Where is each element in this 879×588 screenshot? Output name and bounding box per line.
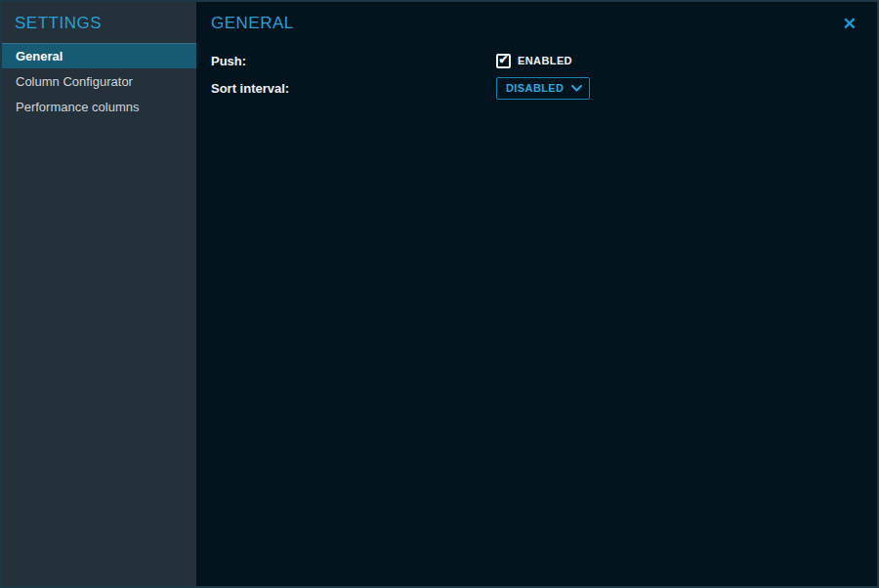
sidebar-title: SETTINGS xyxy=(15,14,102,33)
sort-interval-control: DISABLED xyxy=(496,77,590,100)
sort-interval-setting-row: Sort interval: DISABLED xyxy=(211,74,862,102)
sort-interval-selected-value: DISABLED xyxy=(506,82,564,94)
chevron-down-icon xyxy=(571,85,582,92)
push-control: ✔ ENABLED xyxy=(496,54,572,68)
sidebar-item-performance-columns[interactable]: Performance columns xyxy=(2,94,196,119)
sidebar-header: SETTINGS xyxy=(2,4,196,43)
push-setting-row: Push: ✔ ENABLED xyxy=(211,47,862,74)
panel-title: GENERAL xyxy=(211,14,294,33)
sidebar-item-list: General Column Configurator Performance … xyxy=(2,43,196,119)
settings-form: Push: ✔ ENABLED Sort interval: DISABLED xyxy=(196,43,877,102)
settings-dialog: SETTINGS General Column Configurator Per… xyxy=(0,0,879,588)
sidebar-item-label: General xyxy=(16,49,63,63)
push-checkbox-label: ENABLED xyxy=(518,55,572,66)
checkmark-icon: ✔ xyxy=(498,54,508,65)
push-label: Push: xyxy=(211,54,496,68)
sort-interval-label: Sort interval: xyxy=(211,81,496,96)
sidebar-item-label: Performance columns xyxy=(16,100,139,114)
settings-sidebar: SETTINGS General Column Configurator Per… xyxy=(2,2,196,586)
push-enabled-checkbox[interactable]: ✔ xyxy=(496,54,511,68)
sort-interval-dropdown[interactable]: DISABLED xyxy=(496,77,590,100)
panel-header: GENERAL ✕ xyxy=(196,4,877,43)
sidebar-item-column-configurator[interactable]: Column Configurator xyxy=(2,68,196,94)
close-icon[interactable]: ✕ xyxy=(839,14,860,34)
sidebar-item-general[interactable]: General xyxy=(2,43,196,68)
sidebar-item-label: Column Configurator xyxy=(16,74,133,89)
general-settings-panel: GENERAL ✕ Push: ✔ ENABLED Sort interval:… xyxy=(196,2,877,586)
